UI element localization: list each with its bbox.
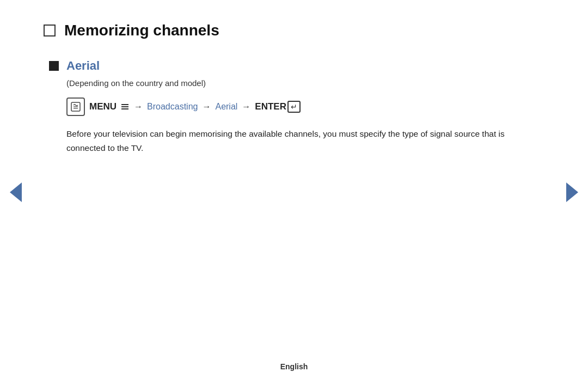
nav-right-button[interactable]	[566, 182, 578, 202]
arrow-1-icon: →	[134, 102, 143, 112]
menu-label: MENU	[89, 101, 117, 112]
section-description: Before your television can begin memoris…	[66, 127, 535, 156]
section-bullet-icon	[49, 61, 59, 71]
enter-key-icon: ↵	[287, 101, 301, 113]
aerial-link: Aerial	[215, 102, 237, 112]
section-subtitle: (Depending on the country and model)	[66, 78, 544, 88]
section-header: Aerial	[49, 59, 544, 73]
menu-icon	[66, 97, 85, 116]
footer-language: English	[280, 362, 308, 371]
title-checkbox-icon	[44, 25, 56, 36]
menu-bars-icon	[121, 104, 128, 109]
enter-label: ENTER	[255, 101, 286, 112]
section-title: Aerial	[66, 59, 100, 73]
aerial-section: Aerial (Depending on the country and mod…	[49, 59, 544, 156]
broadcasting-link: Broadcasting	[147, 102, 198, 112]
arrow-2-icon: →	[202, 102, 211, 112]
main-title-row: Memorizing channels	[44, 22, 544, 39]
menu-path: MENU → Broadcasting → Aerial → ENTER ↵	[66, 97, 544, 116]
nav-left-button[interactable]	[10, 182, 22, 202]
page-container: Memorizing channels Aerial (Depending on…	[0, 0, 588, 384]
arrow-3-icon: →	[242, 102, 250, 112]
enter-key-group: ENTER ↵	[255, 101, 301, 113]
page-title: Memorizing channels	[64, 22, 219, 39]
